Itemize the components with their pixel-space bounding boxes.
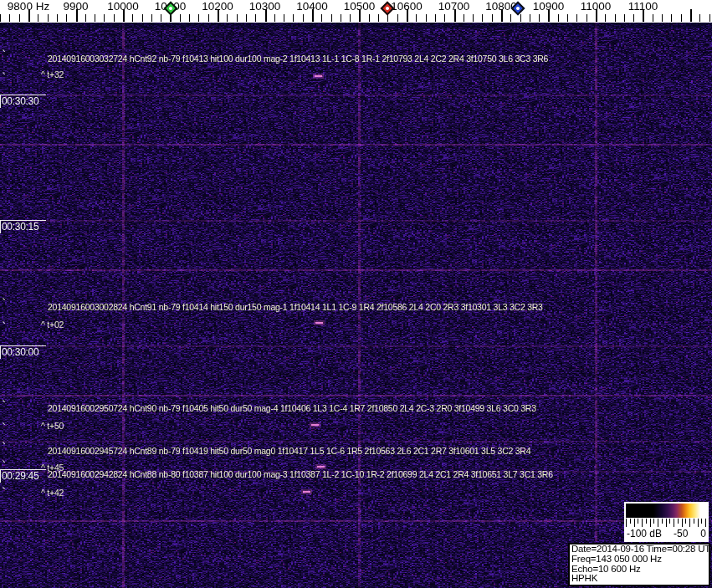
minor-tick bbox=[350, 14, 351, 22]
minor-tick bbox=[227, 14, 228, 22]
minor-tick bbox=[151, 14, 152, 22]
minor-tick bbox=[699, 14, 700, 22]
frequency-axis-label: 10500 bbox=[344, 0, 376, 13]
minor-tick bbox=[321, 14, 322, 22]
minor-tick bbox=[378, 14, 379, 22]
minor-tick bbox=[85, 14, 86, 22]
minor-tick bbox=[331, 14, 332, 22]
minor-tick bbox=[246, 14, 247, 22]
minor-tick bbox=[293, 14, 294, 22]
minor-tick bbox=[473, 14, 474, 22]
colorbar-tick bbox=[669, 519, 670, 524]
colorbar-tick bbox=[653, 519, 654, 524]
minor-tick bbox=[510, 14, 511, 22]
minor-tick bbox=[653, 14, 653, 22]
minor-tick bbox=[57, 14, 58, 22]
colorbar-tick bbox=[701, 519, 702, 524]
minor-tick bbox=[397, 14, 398, 22]
colorbar-tick bbox=[666, 519, 667, 527]
minor-tick bbox=[95, 14, 95, 22]
minor-tick bbox=[567, 14, 568, 22]
frequency-axis-label: 10000 bbox=[107, 0, 139, 13]
colorbar-tick bbox=[705, 519, 706, 527]
minor-tick bbox=[38, 14, 38, 22]
minor-tick bbox=[274, 14, 275, 22]
frequency-ruler: 9800 Hz990010000101001020010300104001050… bbox=[0, 0, 712, 23]
frequency-axis-label: 11100 bbox=[628, 0, 658, 13]
colorbar-tick bbox=[685, 519, 686, 524]
frequency-axis-label: 10900 bbox=[533, 0, 565, 13]
colorbar-tick bbox=[682, 519, 683, 527]
minor-tick bbox=[198, 14, 199, 22]
frequency-axis-label: 10700 bbox=[438, 0, 470, 13]
colorbar-tick bbox=[642, 519, 643, 527]
colorbar-tick bbox=[694, 519, 694, 524]
minor-tick bbox=[633, 14, 634, 22]
info-station: HPHK bbox=[571, 574, 707, 584]
minor-tick bbox=[9, 14, 10, 22]
minor-tick bbox=[530, 14, 530, 22]
minor-tick bbox=[426, 14, 427, 22]
frequency-axis-label: 10400 bbox=[296, 0, 328, 13]
status-info-box: Date=2014-09-16 Time=00:28 UTC Freq=143 … bbox=[568, 543, 710, 586]
frequency-axis-label: 10200 bbox=[202, 0, 233, 13]
colorbar-tick bbox=[689, 519, 690, 527]
minor-tick bbox=[662, 14, 663, 22]
minor-tick bbox=[132, 14, 133, 22]
frequency-axis-label: 9800 Hz bbox=[8, 0, 49, 13]
minor-tick bbox=[709, 14, 710, 22]
frequency-axis-label: 9900 bbox=[63, 0, 88, 13]
minor-tick bbox=[142, 14, 143, 22]
colorbar-tick bbox=[650, 519, 651, 527]
minor-tick bbox=[341, 14, 341, 22]
minor-tick bbox=[180, 14, 181, 22]
minor-tick bbox=[66, 14, 67, 22]
minor-tick bbox=[369, 14, 370, 22]
minor-tick bbox=[444, 14, 445, 22]
minor-tick bbox=[189, 14, 190, 22]
minor-tick bbox=[0, 14, 1, 22]
spectrogram-canvas bbox=[0, 23, 712, 588]
major-tick bbox=[690, 9, 692, 22]
db-colorbar: -100 dB -50 0 bbox=[624, 502, 709, 542]
minor-tick bbox=[161, 14, 161, 22]
minor-tick bbox=[605, 14, 606, 22]
minor-tick bbox=[520, 14, 521, 22]
frequency-axis-label: 10600 bbox=[391, 0, 423, 13]
colorbar-tick bbox=[638, 519, 638, 524]
colorbar-tick bbox=[698, 519, 699, 527]
colorbar-mid-label: -50 bbox=[674, 528, 688, 539]
colorbar-labels: -100 dB -50 0 bbox=[624, 528, 709, 540]
minor-tick bbox=[576, 14, 577, 22]
colorbar-tick bbox=[662, 519, 663, 524]
colorbar-tick bbox=[646, 519, 647, 524]
info-frequency: Freq=143 050 000 Hz bbox=[571, 555, 707, 565]
meteor-echo-spectrogram-app: 9800 Hz990010000101001020010300104001050… bbox=[0, 0, 712, 588]
minor-tick bbox=[539, 14, 540, 22]
minor-tick bbox=[558, 14, 559, 22]
colorbar-max-label: 0 bbox=[700, 528, 706, 539]
minor-tick bbox=[624, 14, 625, 22]
minor-tick bbox=[237, 14, 238, 22]
minor-tick bbox=[303, 14, 304, 22]
minor-tick bbox=[464, 14, 464, 22]
minor-tick bbox=[482, 14, 483, 22]
minor-tick bbox=[416, 14, 417, 22]
minor-tick bbox=[114, 14, 115, 22]
minor-tick bbox=[492, 14, 493, 22]
colorbar-tick bbox=[630, 519, 631, 524]
minor-tick bbox=[435, 14, 436, 22]
colorbar-tick bbox=[678, 519, 679, 524]
minor-tick bbox=[208, 14, 209, 22]
minor-tick bbox=[104, 14, 105, 22]
colorbar-gradient bbox=[626, 504, 707, 518]
colorbar-min-label: -100 dB bbox=[627, 528, 662, 539]
colorbar-tick bbox=[626, 519, 627, 527]
minor-tick bbox=[284, 14, 284, 22]
minor-tick bbox=[681, 14, 682, 22]
minor-tick bbox=[48, 14, 49, 22]
colorbar-tick-ruler bbox=[626, 519, 707, 528]
colorbar-tick bbox=[674, 519, 674, 527]
colorbar-tick bbox=[658, 519, 658, 527]
colorbar-tick bbox=[634, 519, 635, 527]
